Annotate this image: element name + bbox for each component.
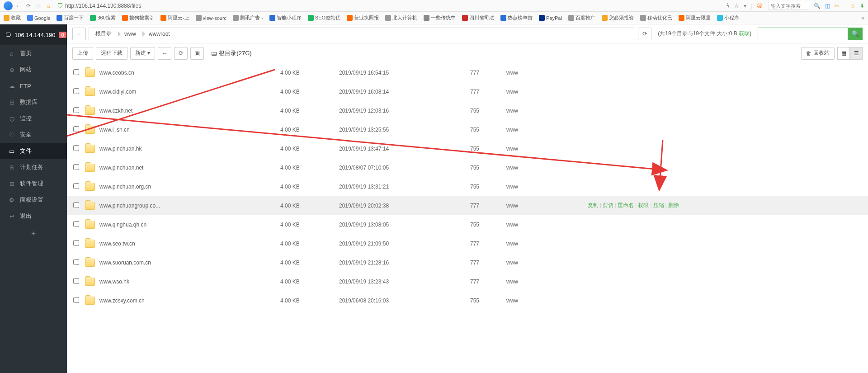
bookmark-item[interactable]: SEO整站优	[308, 14, 340, 21]
file-row[interactable]: www.seo.tw.cn4.00 KB2019/09/19 21:09:507…	[67, 234, 868, 253]
file-row[interactable]: www.pinchuan.net4.00 KB2019/08/07 07:10:…	[67, 158, 868, 177]
bookmark-item[interactable]: 小程序	[717, 14, 739, 21]
tb-refresh-button[interactable]: ⟳	[174, 47, 188, 60]
browser-search-input[interactable]	[769, 2, 809, 10]
sidebar-item-软件管理[interactable]: ⊞软件管理	[0, 175, 67, 192]
action-权限[interactable]: 权限	[638, 202, 649, 208]
file-checkbox[interactable]	[73, 221, 79, 227]
reload-icon[interactable]: ⟳	[24, 3, 33, 9]
file-checkbox[interactable]	[73, 259, 79, 265]
sidebar-item-网站[interactable]: ⊕网站	[0, 61, 67, 78]
search-icon[interactable]: 🔍	[814, 3, 821, 9]
scissors-icon[interactable]: ✂	[835, 3, 839, 9]
action-重命名[interactable]: 重命名	[618, 202, 634, 208]
file-checkbox[interactable]	[73, 126, 79, 132]
upload-button[interactable]: 上传	[72, 47, 93, 60]
grid-view-button[interactable]: ▦	[837, 47, 850, 60]
tb-terminal-button[interactable]: ▣	[190, 47, 204, 60]
sidebar-item-监控[interactable]: ◷监控	[0, 110, 67, 127]
bookmark-item[interactable]: 智能小程序	[269, 14, 302, 21]
file-search-input[interactable]	[758, 28, 848, 40]
bookmarks-more-icon[interactable]: »	[861, 15, 864, 21]
action-删除[interactable]: 删除	[668, 202, 679, 208]
bookmark-item[interactable]: 搜狗搜索引	[122, 14, 154, 21]
sidebar-item-安全[interactable]: ♡安全	[0, 127, 67, 143]
sidebar-item-文件[interactable]: ▭文件	[0, 143, 67, 159]
bookmark-item[interactable]: 阿里云-上	[160, 14, 189, 21]
bookmark-item[interactable]: 一些传统中	[424, 14, 456, 21]
back-icon[interactable]: ←	[14, 3, 23, 9]
file-row[interactable]: www.qinghua.qh.cn4.00 KB2019/09/19 13:08…	[67, 215, 868, 234]
file-row[interactable]: www.czkh.net4.00 KB2019/09/19 12:03:1675…	[67, 101, 868, 120]
file-row[interactable]: www.pinchuan.hk4.00 KB2019/09/19 13:47:1…	[67, 139, 868, 158]
bookmark-item[interactable]: Google	[27, 15, 50, 21]
sidebar-add-button[interactable]: ＋	[0, 224, 67, 243]
bookmark-item[interactable]: PayPal	[539, 15, 562, 21]
breadcrumb-item[interactable]: wwwroot	[142, 28, 176, 40]
file-checkbox[interactable]	[73, 164, 79, 170]
sidebar-item-FTP[interactable]: ☁FTP	[0, 78, 67, 94]
bookmark-item[interactable]: 您必须投资	[602, 14, 634, 21]
file-row[interactable]: www.pinchuan.org.cn4.00 KB2019/09/19 13:…	[67, 177, 868, 196]
file-checkbox[interactable]	[73, 240, 79, 246]
file-row[interactable]: www.suoruan.com.cn4.00 KB2019/09/19 21:2…	[67, 253, 868, 272]
extension-icon[interactable]: ◫	[825, 3, 830, 9]
bookmark-item[interactable]: 四川省司法	[462, 14, 494, 21]
sogou-icon[interactable]: Ⓢ	[757, 2, 762, 9]
download-icon[interactable]: ⬇	[860, 3, 864, 9]
list-view-button[interactable]: ☰	[850, 47, 863, 60]
home-icon[interactable]: ⌂	[44, 3, 52, 9]
folder-icon	[85, 240, 95, 248]
bookmark-item[interactable]: 热点榜单首	[500, 14, 533, 21]
file-checkbox[interactable]	[73, 278, 79, 284]
file-row[interactable]: www.ceobs.cn4.00 KB2019/09/19 16:54:1577…	[67, 63, 868, 82]
file-checkbox[interactable]	[73, 88, 79, 94]
lightning-icon[interactable]: ϟ	[726, 3, 730, 9]
file-checkbox[interactable]	[73, 202, 79, 208]
refresh-button[interactable]: ⟳	[638, 28, 651, 40]
action-压缩[interactable]: 压缩	[653, 202, 664, 208]
smile-icon[interactable]: ☺	[850, 3, 855, 9]
remote-download-button[interactable]: 远程下载	[96, 47, 127, 60]
bookmark-item[interactable]: 阿里云限量	[679, 14, 711, 21]
action-复制[interactable]: 复制	[588, 202, 599, 208]
bookmark-item[interactable]: 腾讯广告 -	[233, 14, 263, 21]
file-row[interactable]: www.zcsxy.com.cn4.00 KB2019/06/08 20:16:…	[67, 291, 868, 310]
bookmark-item[interactable]: 北大计算机	[385, 14, 417, 21]
file-row[interactable]: www.pinchuangroup.co...4.00 KB2019/09/19…	[67, 196, 868, 215]
file-checkbox[interactable]	[73, 69, 79, 75]
sidebar-item-数据库[interactable]: ⊞数据库	[0, 94, 67, 110]
sidebar-item-退出[interactable]: ↩退出	[0, 208, 67, 224]
action-剪切[interactable]: 剪切	[603, 202, 613, 208]
recycle-bin-button[interactable]: 🗑回收站	[801, 47, 835, 60]
new-button[interactable]: 新建 ▾	[130, 47, 155, 60]
breadcrumb-item[interactable]: www	[118, 28, 142, 40]
file-search-button[interactable]: 🔍	[848, 28, 863, 40]
server-header[interactable]: 🖵 106.14.144.190 0	[0, 24, 67, 45]
nav-back-button[interactable]: ←	[72, 28, 86, 40]
bookmark-item[interactable]: 360搜索	[90, 14, 115, 21]
sidebar-item-计划任务[interactable]: ⎘计划任务	[0, 159, 67, 175]
get-size-link[interactable]: 获取	[739, 30, 750, 37]
sidebar-item-首页[interactable]: ⌂首页	[0, 45, 67, 61]
stop-icon[interactable]: ▷	[34, 3, 42, 9]
sidebar-item-面板设置[interactable]: ⚙面板设置	[0, 192, 67, 208]
file-row[interactable]: www.wso.hk4.00 KB2019/09/19 13:23:43777w…	[67, 272, 868, 291]
tb-back-button[interactable]: ←	[158, 47, 171, 60]
address-bar[interactable]: ⛉ http://106.14.144.190:8888/files	[54, 2, 141, 9]
star-icon[interactable]: ☆	[734, 3, 739, 9]
bookmark-item[interactable]: 营业执照报	[347, 14, 379, 21]
bookmark-item[interactable]: view-sourc	[196, 15, 227, 21]
file-checkbox[interactable]	[73, 107, 79, 113]
breadcrumb-item[interactable]: 根目录	[89, 28, 118, 40]
dropdown-icon[interactable]: ▾	[744, 3, 746, 9]
bookmark-item[interactable]: 移动优化已	[640, 14, 672, 21]
bookmark-item[interactable]: 百度推广	[568, 14, 595, 21]
file-checkbox[interactable]	[73, 145, 79, 151]
file-checkbox[interactable]	[73, 297, 79, 303]
file-row[interactable]: www.cidiyi.com4.00 KB2019/09/19 16:08:14…	[67, 82, 868, 101]
file-row[interactable]: www.i .sh.cn4.00 KB2019/09/19 13:25:5575…	[67, 120, 868, 139]
bookmark-item[interactable]: 百度一下	[57, 14, 84, 21]
bookmark-item[interactable]: 收藏	[4, 14, 21, 21]
file-checkbox[interactable]	[73, 183, 79, 189]
